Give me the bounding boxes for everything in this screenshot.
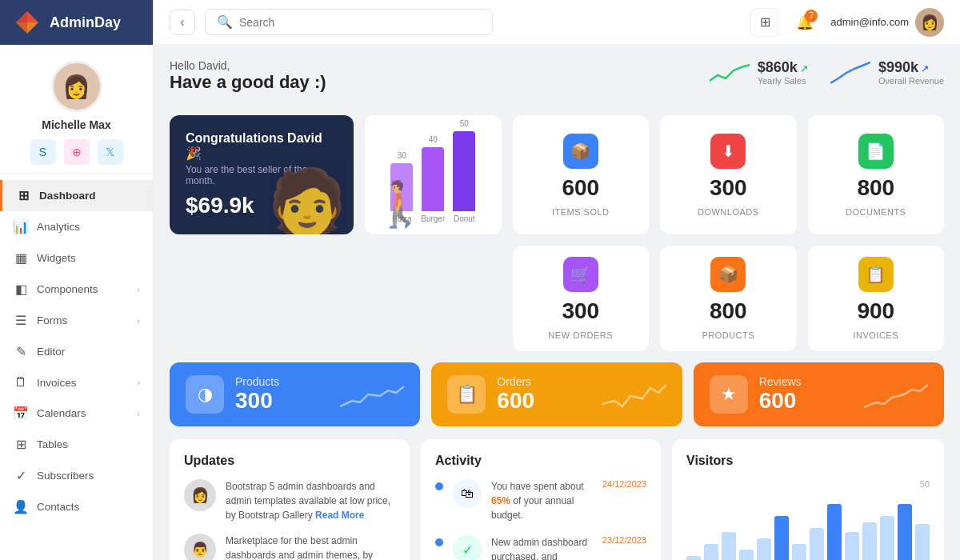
downloads-icon: ⬇ (710, 134, 746, 169)
sidebar-item-forms[interactable]: ☰ Forms › (0, 305, 153, 336)
update-item-1: 👨 Marketplace for the best admin dashboa… (184, 534, 395, 560)
update-avatar-1: 👨 (184, 534, 216, 560)
banner-reviews-sparkline (864, 378, 928, 410)
visitors-card: Visitors 50 (672, 439, 944, 560)
user-name: Michelle Max (42, 118, 110, 131)
banner-reviews-icon: ★ (710, 375, 748, 414)
visitor-bar-3 (722, 532, 736, 560)
logo-area: AdminDay (0, 0, 153, 45)
updates-title: Updates (184, 454, 395, 468)
sidebar-item-label: Calendars (37, 407, 86, 419)
skype-icon[interactable]: S (30, 139, 56, 165)
banner-orders: 📋 Orders 600 (431, 362, 682, 426)
activity-icon-0: 🛍 (453, 479, 482, 508)
sidebar-item-calendars[interactable]: 📅 Calendars › (0, 398, 153, 429)
greeting-main: Have a good day :) (170, 72, 326, 93)
analytics-icon: 📊 (13, 219, 29, 234)
sidebar-item-label: Contacts (37, 501, 79, 513)
sidebar-item-label: Dashboard (39, 190, 96, 202)
nav-menu: ⊞ Dashboard 📊 Analytics ▦ Widgets ◧ Comp… (0, 174, 153, 560)
activity-date-0: 24/12/2023 (602, 479, 646, 489)
sidebar-item-label: Widgets (37, 252, 76, 264)
sidebar-item-tables[interactable]: ⊞ Tables (0, 429, 153, 460)
yearly-sales-card: $860k ↗ Yearly Sales (710, 59, 808, 86)
banner-products-text: Products 300 (235, 375, 279, 414)
tables-icon: ⊞ (13, 437, 29, 452)
visitor-bar-14 (915, 524, 930, 560)
update-avatar-0: 👩 (184, 479, 216, 511)
sidebar-item-invoices[interactable]: 🗒 Invoices › (0, 367, 153, 398)
banner-orders-text: Orders 600 (497, 375, 534, 414)
search-input[interactable] (239, 16, 481, 29)
bottom-row: Updates 👩 Bootstrap 5 admin dashboards a… (170, 439, 944, 560)
logo-icon (13, 8, 42, 37)
yearly-label: Yearly Sales (758, 76, 808, 86)
sidebar-item-label: Invoices (37, 377, 77, 389)
visitor-bar-10 (845, 532, 859, 560)
sidebar-item-contacts[interactable]: 👤 Contacts (0, 491, 153, 522)
documents-label: DOCUMENTS (846, 207, 906, 217)
new-orders-icon: 🛒 (563, 257, 598, 292)
banner-reviews-text: Reviews 600 (759, 375, 802, 414)
products-number: 800 (710, 298, 747, 324)
user-info-topbar[interactable]: admin@info.com 👩 (830, 8, 944, 37)
banner-products-value: 300 (235, 388, 279, 414)
banner-orders-icon: 📋 (447, 375, 486, 414)
banner-orders-sparkline (602, 378, 666, 410)
visitor-bar-8 (810, 528, 824, 560)
search-box[interactable]: 🔍 (205, 9, 493, 35)
items-sold-icon: 📦 (563, 134, 598, 169)
twitter-icon[interactable]: 𝕏 (98, 139, 123, 165)
main-content: ‹ 🔍 ⊞ 🔔 7 admin@info.com 👩 Hello David, … (154, 0, 960, 560)
new-orders-label: NEW ORDERS (548, 330, 613, 340)
apps-button[interactable]: ⊞ (750, 8, 779, 37)
visitor-bar-4 (739, 550, 754, 560)
activity-card: Activity 🛍 You have spent about 65% of y… (421, 439, 661, 560)
sidebar-item-editor[interactable]: ✎ Editor (0, 336, 153, 367)
downloads-number: 300 (710, 175, 747, 201)
banner-row: ◑ Products 300 📋 Orders 600 (170, 362, 944, 426)
sidebar-item-analytics[interactable]: 📊 Analytics (0, 211, 153, 242)
products-icon: 📦 (710, 257, 746, 292)
chevron-right-icon: › (137, 409, 140, 418)
sidebar-item-label: Tables (37, 438, 68, 450)
activity-dot-1 (435, 538, 443, 546)
back-button[interactable]: ‹ (170, 10, 195, 35)
stat-card-documents: 📄 800 DOCUMENTS (808, 115, 945, 234)
topbar: ‹ 🔍 ⊞ 🔔 7 admin@info.com 👩 (154, 0, 960, 45)
widgets-icon: ▦ (13, 250, 29, 266)
overall-amount: $990k ↗ (878, 59, 944, 76)
chevron-right-icon: › (137, 285, 140, 294)
stat-card-invoices: 📋 900 INVOICES (808, 246, 945, 351)
visitor-bar-2 (704, 544, 718, 560)
banner-products: ◑ Products 300 (170, 362, 420, 426)
sidebar-item-label: Analytics (37, 221, 80, 233)
congrats-card: Congratulations David 🎉 You are the best… (170, 115, 354, 234)
notifications-button[interactable]: 🔔 7 (790, 8, 819, 37)
avatar: 👩 (51, 61, 102, 112)
update-text-1: Marketplace for the best admin dashboard… (226, 534, 395, 560)
downloads-label: DOWNLOADS (698, 207, 759, 217)
sidebar-item-components[interactable]: ◧ Components › (0, 274, 153, 305)
chevron-right-icon: › (137, 378, 140, 387)
visitors-chart (686, 492, 930, 560)
sidebar-item-dashboard[interactable]: ⊞ Dashboard (0, 180, 153, 211)
dashboard-icon: ⊞ (15, 188, 31, 203)
sidebar-item-label: Forms (37, 314, 67, 326)
banner-reviews-label: Reviews (759, 375, 802, 388)
sidebar: AdminDay 👩 Michelle Max S ⊕ 𝕏 ⊞ Dashboar… (0, 0, 154, 560)
updates-card: Updates 👩 Bootstrap 5 admin dashboards a… (170, 439, 410, 560)
topbar-right: ⊞ 🔔 7 admin@info.com 👩 (750, 8, 944, 37)
subscribers-icon: ✓ (13, 468, 29, 483)
sidebar-item-subscribers[interactable]: ✓ Subscribers (0, 460, 153, 491)
dribbble-icon[interactable]: ⊕ (64, 139, 90, 165)
notification-badge: 7 (805, 10, 818, 22)
bar-rect-donut (453, 131, 475, 211)
sidebar-item-widgets[interactable]: ▦ Widgets (0, 242, 153, 274)
activity-content-1: New admin dashboard purchased, and payme… (491, 535, 593, 560)
items-sold-number: 600 (562, 175, 599, 201)
sidebar-item-label: Subscribers (37, 470, 94, 482)
banner-orders-label: Orders (497, 375, 534, 388)
visitor-bar-13 (898, 504, 912, 560)
read-more-link-0[interactable]: Read More (315, 510, 364, 521)
